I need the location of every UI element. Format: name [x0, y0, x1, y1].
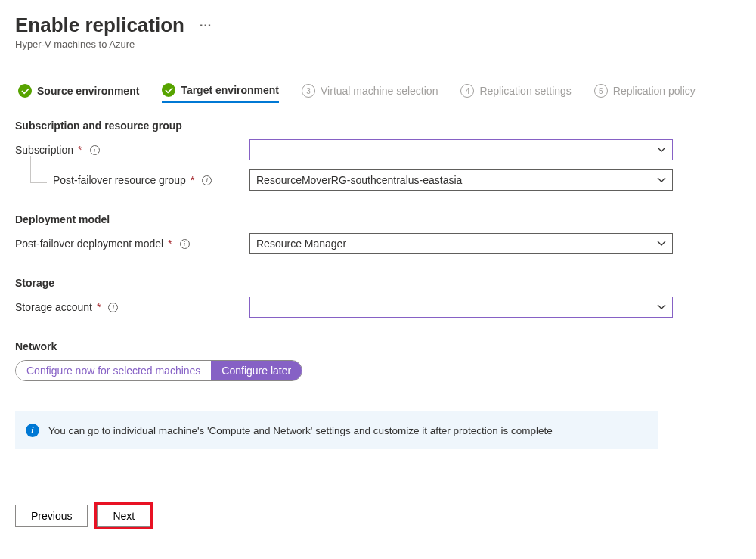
step-number: 4 [460, 84, 474, 98]
step-replication-policy[interactable]: 5 Replication policy [594, 84, 696, 102]
row-storage-account: Storage account * i [15, 297, 741, 318]
tree-connector [30, 156, 47, 183]
storage-account-dropdown[interactable] [249, 297, 673, 318]
deployment-model-dropdown[interactable]: Resource Manager [249, 233, 673, 254]
info-icon[interactable]: i [108, 303, 118, 312]
page-subtitle: Hyper-V machines to Azure [15, 39, 741, 50]
check-icon [18, 84, 32, 98]
info-icon: i [26, 424, 39, 437]
info-icon[interactable]: i [202, 175, 212, 185]
next-button[interactable]: Next [97, 505, 150, 527]
row-deployment-model: Post-failover deployment model * i Resou… [15, 233, 741, 254]
info-banner: i You can go to individual machine's 'Co… [15, 411, 658, 449]
chevron-down-icon [657, 145, 666, 154]
required-mark: * [97, 301, 101, 313]
section-deployment-heading: Deployment model [15, 213, 741, 225]
previous-button[interactable]: Previous [15, 505, 88, 527]
label-text: Post-failover deployment model [15, 238, 163, 250]
chevron-down-icon [657, 303, 666, 312]
more-icon[interactable]: ··· [200, 19, 212, 33]
label-text: Post-failover resource group [53, 174, 186, 186]
step-number: 5 [594, 84, 608, 98]
step-label: Replication policy [613, 85, 696, 97]
info-icon[interactable]: i [180, 239, 190, 249]
label-deployment-model: Post-failover deployment model * i [15, 238, 249, 250]
label-storage-account: Storage account * i [15, 301, 249, 313]
step-label: Virtual machine selection [321, 85, 438, 97]
step-label: Replication settings [479, 85, 571, 97]
page-title: Enable replication ··· [15, 14, 741, 37]
row-subscription: Subscription * i [15, 139, 741, 160]
chevron-down-icon [657, 175, 666, 185]
network-configure-now[interactable]: Configure now for selected machines [16, 361, 211, 380]
dropdown-value: ResourceMoverRG-southcentralus-eastasia [256, 174, 462, 186]
step-label: Target environment [181, 84, 279, 96]
wizard-steps: Source environment Target environment 3 … [15, 83, 741, 103]
subscription-dropdown[interactable] [249, 139, 673, 160]
row-resource-group: Post-failover resource group * i Resourc… [15, 169, 741, 191]
label-resource-group: Post-failover resource group * i [15, 174, 249, 186]
step-number: 3 [302, 84, 315, 98]
label-subscription: Subscription * i [15, 144, 249, 156]
footer-buttons: Previous Next [15, 505, 741, 527]
network-configure-later[interactable]: Configure later [211, 361, 302, 380]
step-target-environment[interactable]: Target environment [162, 83, 279, 103]
required-mark: * [191, 174, 194, 186]
label-text: Storage account [15, 301, 92, 313]
chevron-down-icon [657, 239, 666, 248]
page-title-text: Enable replication [15, 14, 184, 37]
step-source-environment[interactable]: Source environment [18, 84, 139, 102]
section-network-heading: Network [15, 340, 741, 352]
info-banner-text: You can go to individual machine's 'Comp… [48, 425, 553, 436]
footer-separator [0, 495, 756, 495]
check-icon [162, 83, 175, 97]
dropdown-value: Resource Manager [256, 238, 346, 250]
section-storage-heading: Storage [15, 277, 741, 289]
info-icon[interactable]: i [90, 145, 100, 155]
step-vm-selection[interactable]: 3 Virtual machine selection [302, 84, 438, 102]
step-label: Source environment [37, 85, 139, 97]
required-mark: * [168, 238, 172, 250]
required-mark: * [78, 144, 82, 156]
network-toggle: Configure now for selected machines Conf… [15, 360, 302, 381]
section-subscription-heading: Subscription and resource group [15, 120, 741, 132]
step-replication-settings[interactable]: 4 Replication settings [460, 84, 571, 102]
label-text: Subscription [15, 144, 73, 156]
resource-group-dropdown[interactable]: ResourceMoverRG-southcentralus-eastasia [249, 169, 673, 191]
